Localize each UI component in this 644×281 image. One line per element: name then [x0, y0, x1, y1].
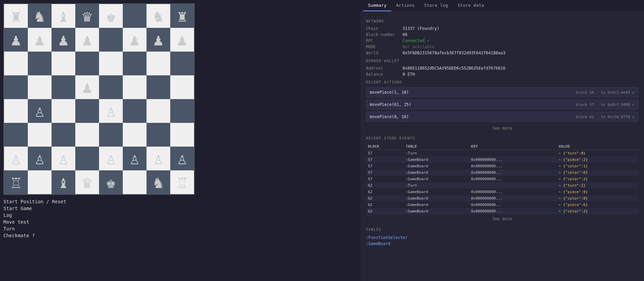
cell-6[interactable]: ♞: [147, 4, 170, 28]
cell-43[interactable]: [75, 123, 99, 147]
chain-label: Chain: [366, 26, 400, 31]
action-item-0[interactable]: movePiece(1, 18) block 54 tx 0x4c2.4e49 …: [366, 87, 639, 97]
actions-see-more[interactable]: See more: [366, 124, 639, 133]
cell-17[interactable]: [28, 52, 52, 75]
action-item-1[interactable]: movePiece(61, 25) block 57 tx 0x8cf.5808…: [366, 99, 639, 110]
cell-26[interactable]: [52, 75, 75, 99]
store-row-8: 62 :GameBoard 0x000000000... + {"piece":…: [366, 202, 639, 208]
tab-store-data[interactable]: Store data: [453, 0, 489, 11]
cell-44[interactable]: [99, 123, 123, 147]
network-section-title: NETWORK: [366, 19, 639, 23]
cell-49[interactable]: ♙: [28, 147, 52, 170]
cell-48[interactable]: ♙: [4, 147, 28, 170]
chess-board[interactable]: ♜♞♝♛♚♞♜♟♟♟♟♟♟♟♟♙♙♙♙♙♙♙♙♙♖♝♛♚♞♖: [3, 3, 195, 195]
cell-41[interactable]: [28, 123, 52, 147]
reset-button[interactable]: Start Position / Reset: [3, 199, 66, 204]
cell-58[interactable]: ♝: [52, 170, 75, 194]
cell-34[interactable]: [52, 99, 75, 123]
store-cell-block-5: 62: [366, 182, 404, 189]
cell-22[interactable]: [147, 52, 170, 75]
cell-45[interactable]: [123, 123, 147, 147]
cell-21[interactable]: [123, 52, 147, 75]
cell-8[interactable]: ♟: [4, 28, 28, 52]
cell-3[interactable]: ♛: [75, 4, 99, 28]
tab-actions[interactable]: Actions: [391, 0, 419, 11]
cell-40[interactable]: [4, 123, 28, 147]
cell-16[interactable]: [4, 52, 28, 75]
turn-button[interactable]: Turn: [3, 226, 15, 231]
cell-36[interactable]: ♙: [99, 99, 123, 123]
cell-2[interactable]: ♝: [52, 4, 75, 28]
cell-63[interactable]: ♖: [170, 170, 194, 194]
store-cell-table-8: :GameBoard: [404, 202, 469, 208]
cell-20[interactable]: [99, 52, 123, 75]
cell-55[interactable]: ♙: [170, 147, 194, 170]
move-test-button[interactable]: Move test: [3, 219, 29, 225]
cell-53[interactable]: ♙: [123, 147, 147, 170]
cell-12[interactable]: [99, 28, 123, 52]
cell-35[interactable]: [75, 99, 99, 123]
cell-50[interactable]: ♙: [52, 147, 75, 170]
store-cell-key-6: 0x000000000...: [469, 189, 557, 195]
tab-summary[interactable]: Summary: [363, 0, 391, 11]
store-cell-table-9: :GameBoard: [404, 208, 469, 214]
cell-24[interactable]: [4, 75, 28, 99]
world-label: World: [366, 51, 400, 55]
cell-7[interactable]: ♜: [170, 4, 194, 28]
controls: Start Position / Reset Start Game Log Mo…: [3, 199, 66, 238]
store-see-more[interactable]: See more: [366, 214, 639, 223]
cell-1[interactable]: ♞: [28, 4, 52, 28]
cell-39[interactable]: [170, 99, 194, 123]
cell-46[interactable]: [147, 123, 170, 147]
cell-9[interactable]: ♟: [28, 28, 52, 52]
cell-25[interactable]: [28, 75, 52, 99]
log-button[interactable]: Log: [3, 212, 12, 218]
cell-52[interactable]: ♙: [99, 147, 123, 170]
tab-store-log[interactable]: Store log: [419, 0, 453, 11]
cell-19[interactable]: [75, 52, 99, 75]
cell-0[interactable]: ♜: [4, 4, 28, 28]
cell-15[interactable]: ♟: [170, 28, 194, 52]
cell-14[interactable]: ♟: [147, 28, 170, 52]
cell-10[interactable]: ♟: [52, 28, 75, 52]
cell-47[interactable]: [170, 123, 194, 147]
action-meta-0: block 54 tx 0x4c2.4e49 ✓: [576, 90, 635, 95]
store-cell-table-1: :GameBoard: [404, 156, 469, 163]
action-item-2[interactable]: movePiece(8, 16) block 62 tx 0xc58.87f0 …: [366, 112, 639, 122]
cell-38[interactable]: [147, 99, 170, 123]
cell-32[interactable]: [4, 99, 28, 123]
cell-62[interactable]: ♞: [147, 170, 170, 194]
cell-37[interactable]: [123, 99, 147, 123]
cell-54[interactable]: ♙: [147, 147, 170, 170]
store-cell-value-7: + {"color":0}: [557, 195, 639, 202]
cell-61[interactable]: [123, 170, 147, 194]
cell-57[interactable]: [28, 170, 52, 194]
table-item-0[interactable]: :FunctionSelector: [366, 235, 639, 241]
cell-60[interactable]: ♚: [99, 170, 123, 194]
cell-11[interactable]: ♟: [75, 28, 99, 52]
cell-59[interactable]: ♛: [75, 170, 99, 194]
cell-42[interactable]: [52, 123, 75, 147]
cell-27[interactable]: ♟: [75, 75, 99, 99]
cell-30[interactable]: [147, 75, 170, 99]
cell-56[interactable]: ♖: [4, 170, 28, 194]
store-cell-block-1: 57: [366, 156, 404, 163]
world-value: 0x5FbDB2315678afecb367f032d93F642f64180a…: [403, 51, 505, 55]
cell-4[interactable]: ♚: [99, 4, 123, 28]
start-game-button[interactable]: Start Game: [3, 206, 32, 211]
cell-51[interactable]: [75, 147, 99, 170]
cell-29[interactable]: [123, 75, 147, 99]
cell-23[interactable]: [170, 52, 194, 75]
cell-33[interactable]: ♙: [28, 99, 52, 123]
table-item-1[interactable]: :GameBoard: [366, 241, 639, 247]
cell-31[interactable]: [170, 75, 194, 99]
cell-28[interactable]: [99, 75, 123, 99]
cell-5[interactable]: [123, 4, 147, 28]
store-obj-5: {"turn":1}: [563, 183, 585, 188]
cell-13[interactable]: ♟: [123, 28, 147, 52]
store-plus-6: +: [559, 190, 561, 194]
checkmate-button[interactable]: Checkmate ?: [3, 233, 35, 238]
store-cell-value-5: + {"turn":1}: [557, 182, 639, 189]
cell-18[interactable]: [52, 52, 75, 75]
store-cell-block-2: 57: [366, 163, 404, 169]
